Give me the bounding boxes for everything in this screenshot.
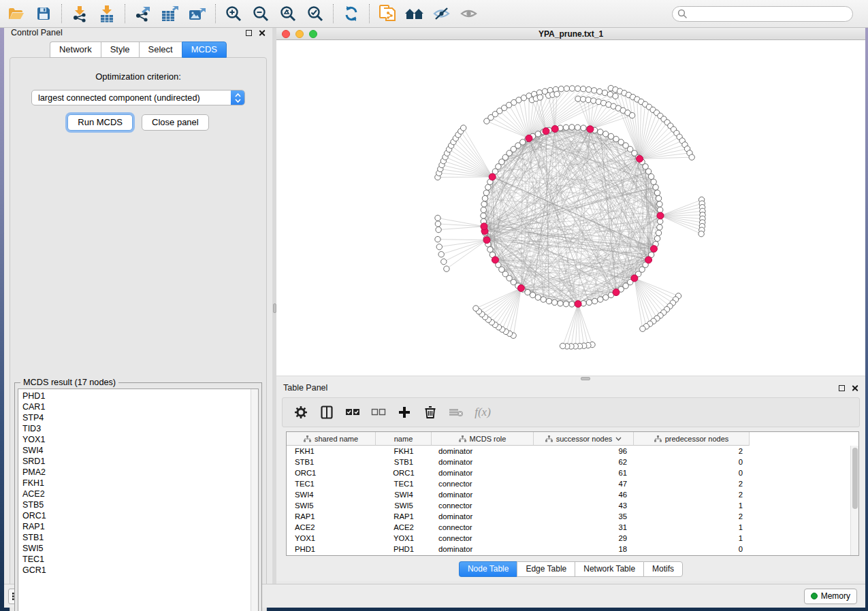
zoom-in-button[interactable] xyxy=(220,2,247,25)
mcds-result-item[interactable]: SWI4 xyxy=(22,445,251,456)
network-node[interactable] xyxy=(436,244,442,250)
network-hub-node[interactable] xyxy=(645,257,652,263)
network-node[interactable] xyxy=(689,154,694,160)
network-node[interactable] xyxy=(541,297,546,302)
tab-select[interactable]: Select xyxy=(139,42,182,58)
table-row[interactable]: SWI5SWI5connector431 xyxy=(287,500,858,511)
network-node[interactable] xyxy=(438,252,444,257)
mcds-result-item[interactable]: ACE2 xyxy=(22,489,251,499)
network-node[interactable] xyxy=(461,125,466,131)
network-node[interactable] xyxy=(656,195,661,201)
mcds-result-item[interactable]: YOX1 xyxy=(22,434,251,445)
export-image-button[interactable] xyxy=(184,2,211,25)
network-node[interactable] xyxy=(603,295,609,300)
network-node[interactable] xyxy=(656,230,661,235)
close-panel-button[interactable]: Close panel xyxy=(142,114,209,131)
open-file-button[interactable] xyxy=(3,2,30,25)
close-table-panel-icon[interactable] xyxy=(851,384,858,392)
network-node[interactable] xyxy=(551,299,557,305)
criterion-select[interactable]: largest connected component (undirected) xyxy=(31,90,245,105)
network-node[interactable] xyxy=(586,299,592,305)
network-node[interactable] xyxy=(629,112,634,118)
refresh-view-button[interactable] xyxy=(338,2,365,25)
column-header-predecessor-nodes[interactable]: predecessor nodes xyxy=(634,432,750,446)
mcds-result-item[interactable]: PHD1 xyxy=(22,391,251,401)
network-node[interactable] xyxy=(592,298,597,303)
network-node[interactable] xyxy=(585,97,591,103)
network-node[interactable] xyxy=(653,184,658,190)
deselect-all-rows-button[interactable] xyxy=(367,401,390,423)
table-scrollbar[interactable] xyxy=(850,446,858,555)
tab-node-table[interactable]: Node Table xyxy=(459,561,517,577)
table-row[interactable]: SWI4SWI4dominator462 xyxy=(287,489,858,500)
network-node[interactable] xyxy=(698,231,704,237)
network-node[interactable] xyxy=(537,95,543,100)
network-node[interactable] xyxy=(483,190,489,195)
column-header-successor-nodes[interactable]: successor nodes xyxy=(534,432,634,446)
column-header-name[interactable]: name xyxy=(376,432,432,446)
network-node[interactable] xyxy=(640,326,645,331)
network-node[interactable] xyxy=(569,125,575,130)
network-node[interactable] xyxy=(560,343,565,348)
network-hub-node[interactable] xyxy=(481,223,487,230)
network-node[interactable] xyxy=(441,259,447,264)
network-node[interactable] xyxy=(473,306,479,311)
network-hub-node[interactable] xyxy=(543,128,549,135)
network-node[interactable] xyxy=(598,297,603,302)
save-session-button[interactable] xyxy=(30,2,57,25)
network-node[interactable] xyxy=(654,190,660,195)
network-node[interactable] xyxy=(657,225,662,230)
tab-network[interactable]: Network xyxy=(50,42,101,58)
mcds-result-item[interactable]: CAR1 xyxy=(22,401,251,412)
network-hub-node[interactable] xyxy=(651,246,658,252)
network-node[interactable] xyxy=(603,131,609,137)
houses-button[interactable] xyxy=(401,2,428,25)
network-hub-node[interactable] xyxy=(631,275,638,282)
zoom-fit-button[interactable] xyxy=(274,2,302,25)
network-node[interactable] xyxy=(558,301,563,306)
mcds-result-item[interactable]: FKH1 xyxy=(22,478,251,489)
tab-motifs[interactable]: Motifs xyxy=(643,561,683,577)
table-settings-button[interactable] xyxy=(289,401,312,423)
network-node[interactable] xyxy=(546,298,551,303)
network-node[interactable] xyxy=(569,301,575,307)
network-node[interactable] xyxy=(535,131,541,137)
network-node[interactable] xyxy=(575,86,580,91)
mcds-result-item[interactable]: RAP1 xyxy=(22,521,251,532)
network-node[interactable] xyxy=(581,125,586,131)
table-scrollbar-thumb[interactable] xyxy=(852,448,858,509)
tab-network-table[interactable]: Network Table xyxy=(575,561,643,577)
table-row[interactable]: TEC1TEC1connector472 xyxy=(287,478,858,489)
network-node[interactable] xyxy=(435,215,440,220)
float-table-panel-icon[interactable] xyxy=(839,385,845,391)
network-node[interactable] xyxy=(651,179,656,184)
network-hub-node[interactable] xyxy=(492,257,498,263)
network-hub-node[interactable] xyxy=(483,237,490,244)
table-row[interactable]: PHD1PHD1dominator180 xyxy=(287,544,858,555)
eye-button[interactable] xyxy=(455,2,483,25)
network-node[interactable] xyxy=(597,88,602,94)
import-table-button[interactable] xyxy=(93,2,120,25)
network-node[interactable] xyxy=(554,91,560,97)
table-row[interactable]: ORC1ORC1dominator610 xyxy=(287,467,858,478)
table-row[interactable]: FKH1FKH1dominator962 xyxy=(287,446,858,457)
network-node[interactable] xyxy=(435,237,440,242)
mcds-result-item[interactable]: PMA2 xyxy=(22,467,251,478)
network-node[interactable] xyxy=(657,201,662,207)
close-panel-icon[interactable] xyxy=(258,29,266,37)
horizontal-splitter-handle[interactable] xyxy=(581,377,590,380)
mcds-result-item[interactable]: SRD1 xyxy=(22,456,251,467)
network-node[interactable] xyxy=(535,295,541,300)
delete-column-button[interactable] xyxy=(419,401,442,423)
delete-table-button[interactable] xyxy=(445,401,468,423)
table-row[interactable]: STB1STB1dominator620 xyxy=(287,457,858,467)
network-node[interactable] xyxy=(569,86,575,91)
network-node[interactable] xyxy=(581,86,586,92)
search-input[interactable] xyxy=(688,9,852,18)
network-node[interactable] xyxy=(607,92,613,97)
network-node[interactable] xyxy=(436,227,441,232)
network-node[interactable] xyxy=(485,184,491,190)
table-row[interactable]: ACE2ACE2connector311 xyxy=(287,522,858,533)
mcds-result-item[interactable]: STB1 xyxy=(22,532,251,543)
hide-visibility-button[interactable] xyxy=(428,2,455,25)
